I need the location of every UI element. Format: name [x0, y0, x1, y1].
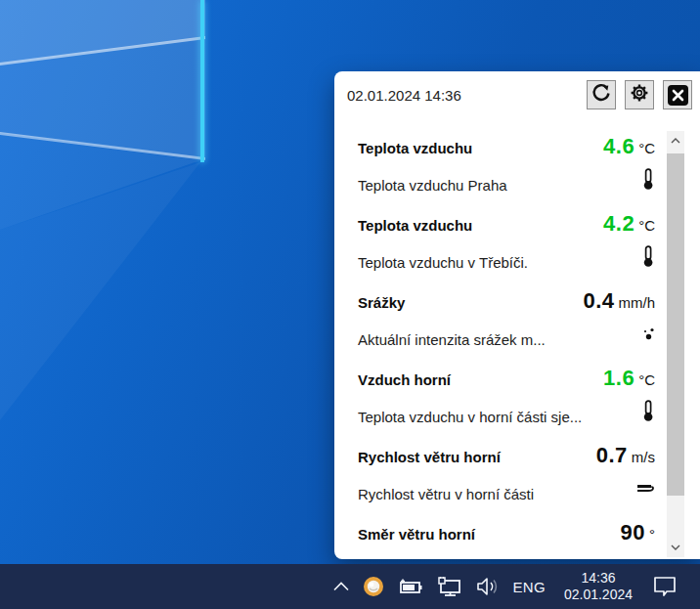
sensor-value: 0.4 — [583, 288, 614, 313]
sensor-reading: 0.4mm/h — [583, 288, 655, 314]
sensor-icon-slot — [637, 479, 657, 500]
weather-widget-panel: 02.01.2024 14:36 — [334, 71, 700, 559]
sensor-reading: 90° — [621, 520, 655, 545]
sensor-reading: 1.6°C — [603, 366, 655, 391]
close-button[interactable] — [663, 80, 692, 109]
sensor-title: Teplota vzduchu — [358, 140, 472, 156]
sensor-unit: ° — [649, 526, 655, 543]
sensor-unit: mm/h — [619, 294, 656, 311]
action-center-icon[interactable] — [651, 575, 678, 598]
sensor-icon-slot — [637, 556, 657, 559]
sensor-row[interactable]: Vzduch horní 1.6°C Teplota vzduchu v hor… — [334, 371, 700, 449]
taskbar-clock[interactable]: 14:36 02.01.2024 — [564, 570, 633, 603]
refresh-icon — [591, 82, 612, 108]
sensor-row[interactable]: Rychlost větru horní 0.7m/s Rychlost vět… — [334, 449, 700, 526]
sensor-row[interactable]: Směr větru horní 90° — [334, 526, 700, 559]
sensor-unit: m/s — [632, 449, 655, 465]
scroll-down-icon[interactable] — [667, 538, 684, 557]
scrollbar-thumb[interactable] — [667, 153, 684, 496]
thermometer-icon — [639, 400, 657, 426]
sensor-value: 90 — [621, 520, 645, 544]
sensor-value: 1.6 — [603, 366, 634, 390]
sensor-reading: 0.7m/s — [596, 443, 655, 468]
sensor-description: Teplota vzduchu v Třebíči. — [358, 254, 528, 271]
show-hidden-icons-chevron[interactable] — [332, 582, 350, 591]
sensor-icon-slot — [637, 325, 657, 346]
widget-last-update: 02.01.2024 14:36 — [347, 87, 461, 104]
thermometer-icon — [639, 168, 657, 195]
clock-date: 02.01.2024 — [564, 587, 633, 603]
settings-button[interactable] — [625, 80, 654, 109]
widget-header: 02.01.2024 14:36 — [334, 71, 700, 122]
thermometer-icon — [639, 245, 657, 272]
sensor-unit: °C — [638, 140, 655, 156]
gear-icon — [628, 81, 651, 109]
sensor-reading: 4.6°C — [603, 134, 655, 159]
sensor-reading: 4.2°C — [603, 211, 655, 237]
sensor-description: Aktuální intenzita srážek m... — [358, 331, 546, 348]
network-icon[interactable] — [437, 576, 462, 597]
sensor-value: 4.6 — [603, 134, 634, 158]
refresh-button[interactable] — [587, 80, 616, 109]
sensor-title: Rychlost větru horní — [358, 449, 501, 465]
sensor-icon-slot — [637, 402, 657, 423]
close-icon — [668, 85, 688, 106]
taskbar: ENG 14:36 02.01.2024 — [0, 564, 700, 609]
clock-time: 14:36 — [564, 570, 633, 587]
sensor-title: Směr větru horní — [358, 526, 475, 543]
raindrops-icon — [639, 325, 657, 346]
sensor-description: Rychlost větru v horní části — [358, 486, 534, 502]
sensor-description: Teplota vzduchu Praha — [358, 177, 507, 194]
sensor-unit: °C — [638, 217, 655, 234]
sensor-icon-slot — [637, 170, 657, 192]
sensor-icon-slot — [637, 247, 657, 269]
sensor-row[interactable]: Teplota vzduchu 4.2°C Teplota vzduchu v … — [334, 217, 700, 294]
sensor-description: Teplota vzduchu v horní části sje... — [358, 409, 582, 425]
sensor-title: Vzduch horní — [358, 371, 451, 388]
tray-app-icon[interactable] — [363, 576, 384, 597]
scrollbar[interactable] — [667, 131, 684, 557]
scroll-up-icon[interactable] — [667, 131, 684, 151]
sensor-title: Teplota vzduchu — [358, 217, 472, 234]
sensor-unit: °C — [638, 371, 655, 388]
sensor-row[interactable]: Srážky 0.4mm/h Aktuální intenzita srážek… — [334, 294, 700, 371]
sensor-list: Teplota vzduchu 4.6°C Teplota vzduchu Pr… — [334, 140, 700, 559]
language-indicator[interactable]: ENG — [513, 579, 546, 595]
sensor-value: 4.2 — [603, 211, 634, 236]
widget-header-buttons — [587, 80, 692, 109]
volume-icon[interactable] — [475, 577, 501, 596]
sensor-value: 0.7 — [596, 443, 628, 467]
battery-charging-icon[interactable] — [397, 577, 424, 596]
sensor-row[interactable]: Teplota vzduchu 4.6°C Teplota vzduchu Pr… — [334, 140, 700, 217]
wind-icon — [635, 480, 657, 500]
sensor-title: Srážky — [358, 294, 405, 311]
desktop-wallpaper: 02.01.2024 14:36 — [0, 0, 700, 609]
wallpaper-cyan-edge — [200, 0, 204, 162]
